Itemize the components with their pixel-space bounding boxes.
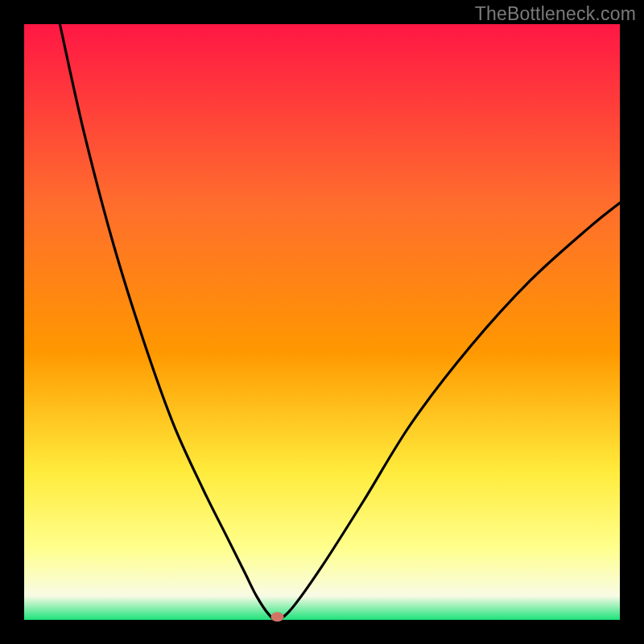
chart-svg: [0, 0, 644, 644]
plot-area: [24, 24, 620, 620]
watermark-text: TheBottleneck.com: [475, 3, 636, 25]
bottleneck-chart: TheBottleneck.com: [0, 0, 644, 644]
minimum-marker: [271, 612, 284, 621]
